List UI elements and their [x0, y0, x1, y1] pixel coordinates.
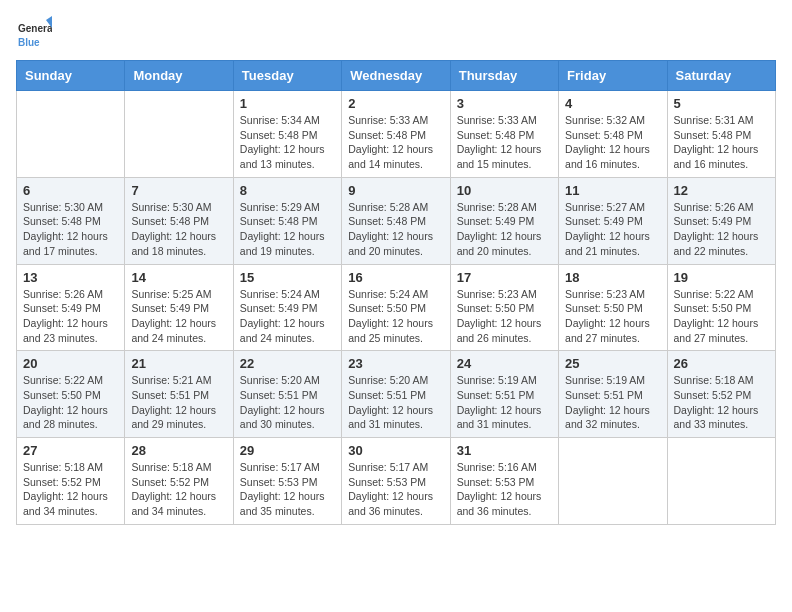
- calendar-day-cell: [125, 91, 233, 178]
- calendar-day-cell: 21Sunrise: 5:21 AM Sunset: 5:51 PM Dayli…: [125, 351, 233, 438]
- day-number: 2: [348, 96, 443, 111]
- day-number: 21: [131, 356, 226, 371]
- calendar-day-cell: 8Sunrise: 5:29 AM Sunset: 5:48 PM Daylig…: [233, 177, 341, 264]
- day-info: Sunrise: 5:33 AM Sunset: 5:48 PM Dayligh…: [348, 113, 443, 172]
- day-number: 18: [565, 270, 660, 285]
- day-number: 4: [565, 96, 660, 111]
- calendar-day-cell: [667, 438, 775, 525]
- calendar-day-cell: 29Sunrise: 5:17 AM Sunset: 5:53 PM Dayli…: [233, 438, 341, 525]
- day-info: Sunrise: 5:30 AM Sunset: 5:48 PM Dayligh…: [131, 200, 226, 259]
- day-number: 27: [23, 443, 118, 458]
- calendar-day-cell: 14Sunrise: 5:25 AM Sunset: 5:49 PM Dayli…: [125, 264, 233, 351]
- calendar-day-cell: 25Sunrise: 5:19 AM Sunset: 5:51 PM Dayli…: [559, 351, 667, 438]
- day-info: Sunrise: 5:17 AM Sunset: 5:53 PM Dayligh…: [240, 460, 335, 519]
- day-info: Sunrise: 5:24 AM Sunset: 5:49 PM Dayligh…: [240, 287, 335, 346]
- calendar-week-row: 1Sunrise: 5:34 AM Sunset: 5:48 PM Daylig…: [17, 91, 776, 178]
- day-number: 9: [348, 183, 443, 198]
- day-number: 17: [457, 270, 552, 285]
- day-number: 30: [348, 443, 443, 458]
- day-info: Sunrise: 5:19 AM Sunset: 5:51 PM Dayligh…: [565, 373, 660, 432]
- day-number: 3: [457, 96, 552, 111]
- day-number: 20: [23, 356, 118, 371]
- day-info: Sunrise: 5:28 AM Sunset: 5:48 PM Dayligh…: [348, 200, 443, 259]
- day-number: 19: [674, 270, 769, 285]
- calendar-day-cell: 15Sunrise: 5:24 AM Sunset: 5:49 PM Dayli…: [233, 264, 341, 351]
- day-info: Sunrise: 5:31 AM Sunset: 5:48 PM Dayligh…: [674, 113, 769, 172]
- day-info: Sunrise: 5:18 AM Sunset: 5:52 PM Dayligh…: [674, 373, 769, 432]
- day-of-week-header: Thursday: [450, 61, 558, 91]
- day-info: Sunrise: 5:22 AM Sunset: 5:50 PM Dayligh…: [674, 287, 769, 346]
- day-number: 26: [674, 356, 769, 371]
- day-info: Sunrise: 5:20 AM Sunset: 5:51 PM Dayligh…: [348, 373, 443, 432]
- calendar-day-cell: 17Sunrise: 5:23 AM Sunset: 5:50 PM Dayli…: [450, 264, 558, 351]
- day-number: 12: [674, 183, 769, 198]
- day-number: 29: [240, 443, 335, 458]
- day-number: 23: [348, 356, 443, 371]
- day-info: Sunrise: 5:27 AM Sunset: 5:49 PM Dayligh…: [565, 200, 660, 259]
- calendar-day-cell: 10Sunrise: 5:28 AM Sunset: 5:49 PM Dayli…: [450, 177, 558, 264]
- day-info: Sunrise: 5:20 AM Sunset: 5:51 PM Dayligh…: [240, 373, 335, 432]
- day-info: Sunrise: 5:18 AM Sunset: 5:52 PM Dayligh…: [23, 460, 118, 519]
- calendar-day-cell: 18Sunrise: 5:23 AM Sunset: 5:50 PM Dayli…: [559, 264, 667, 351]
- calendar-day-cell: 5Sunrise: 5:31 AM Sunset: 5:48 PM Daylig…: [667, 91, 775, 178]
- day-info: Sunrise: 5:16 AM Sunset: 5:53 PM Dayligh…: [457, 460, 552, 519]
- day-number: 14: [131, 270, 226, 285]
- svg-text:General: General: [18, 23, 52, 34]
- calendar-week-row: 6Sunrise: 5:30 AM Sunset: 5:48 PM Daylig…: [17, 177, 776, 264]
- day-number: 13: [23, 270, 118, 285]
- calendar-day-cell: 27Sunrise: 5:18 AM Sunset: 5:52 PM Dayli…: [17, 438, 125, 525]
- day-number: 8: [240, 183, 335, 198]
- page-header: General Blue: [16, 16, 776, 52]
- day-info: Sunrise: 5:24 AM Sunset: 5:50 PM Dayligh…: [348, 287, 443, 346]
- calendar-day-cell: 22Sunrise: 5:20 AM Sunset: 5:51 PM Dayli…: [233, 351, 341, 438]
- calendar-day-cell: 1Sunrise: 5:34 AM Sunset: 5:48 PM Daylig…: [233, 91, 341, 178]
- day-info: Sunrise: 5:23 AM Sunset: 5:50 PM Dayligh…: [457, 287, 552, 346]
- day-of-week-header: Friday: [559, 61, 667, 91]
- day-of-week-header: Tuesday: [233, 61, 341, 91]
- day-info: Sunrise: 5:19 AM Sunset: 5:51 PM Dayligh…: [457, 373, 552, 432]
- day-info: Sunrise: 5:28 AM Sunset: 5:49 PM Dayligh…: [457, 200, 552, 259]
- day-number: 5: [674, 96, 769, 111]
- calendar-day-cell: 13Sunrise: 5:26 AM Sunset: 5:49 PM Dayli…: [17, 264, 125, 351]
- svg-text:Blue: Blue: [18, 37, 40, 48]
- calendar-day-cell: 4Sunrise: 5:32 AM Sunset: 5:48 PM Daylig…: [559, 91, 667, 178]
- day-number: 31: [457, 443, 552, 458]
- day-number: 24: [457, 356, 552, 371]
- day-of-week-header: Sunday: [17, 61, 125, 91]
- day-info: Sunrise: 5:26 AM Sunset: 5:49 PM Dayligh…: [674, 200, 769, 259]
- logo: General Blue: [16, 16, 52, 52]
- day-of-week-header: Monday: [125, 61, 233, 91]
- calendar-day-cell: 19Sunrise: 5:22 AM Sunset: 5:50 PM Dayli…: [667, 264, 775, 351]
- calendar-day-cell: 9Sunrise: 5:28 AM Sunset: 5:48 PM Daylig…: [342, 177, 450, 264]
- calendar-day-cell: 23Sunrise: 5:20 AM Sunset: 5:51 PM Dayli…: [342, 351, 450, 438]
- calendar-week-row: 27Sunrise: 5:18 AM Sunset: 5:52 PM Dayli…: [17, 438, 776, 525]
- calendar-day-cell: 20Sunrise: 5:22 AM Sunset: 5:50 PM Dayli…: [17, 351, 125, 438]
- calendar-day-cell: 30Sunrise: 5:17 AM Sunset: 5:53 PM Dayli…: [342, 438, 450, 525]
- calendar-table: SundayMondayTuesdayWednesdayThursdayFrid…: [16, 60, 776, 525]
- day-number: 15: [240, 270, 335, 285]
- calendar-day-cell: 16Sunrise: 5:24 AM Sunset: 5:50 PM Dayli…: [342, 264, 450, 351]
- day-number: 10: [457, 183, 552, 198]
- calendar-day-cell: 24Sunrise: 5:19 AM Sunset: 5:51 PM Dayli…: [450, 351, 558, 438]
- calendar-day-cell: 7Sunrise: 5:30 AM Sunset: 5:48 PM Daylig…: [125, 177, 233, 264]
- calendar-week-row: 20Sunrise: 5:22 AM Sunset: 5:50 PM Dayli…: [17, 351, 776, 438]
- day-number: 1: [240, 96, 335, 111]
- calendar-day-cell: 2Sunrise: 5:33 AM Sunset: 5:48 PM Daylig…: [342, 91, 450, 178]
- day-of-week-header: Wednesday: [342, 61, 450, 91]
- calendar-day-cell: [559, 438, 667, 525]
- day-info: Sunrise: 5:21 AM Sunset: 5:51 PM Dayligh…: [131, 373, 226, 432]
- day-info: Sunrise: 5:34 AM Sunset: 5:48 PM Dayligh…: [240, 113, 335, 172]
- calendar-header-row: SundayMondayTuesdayWednesdayThursdayFrid…: [17, 61, 776, 91]
- day-number: 22: [240, 356, 335, 371]
- day-info: Sunrise: 5:26 AM Sunset: 5:49 PM Dayligh…: [23, 287, 118, 346]
- calendar-day-cell: 6Sunrise: 5:30 AM Sunset: 5:48 PM Daylig…: [17, 177, 125, 264]
- day-info: Sunrise: 5:22 AM Sunset: 5:50 PM Dayligh…: [23, 373, 118, 432]
- day-info: Sunrise: 5:25 AM Sunset: 5:49 PM Dayligh…: [131, 287, 226, 346]
- day-info: Sunrise: 5:17 AM Sunset: 5:53 PM Dayligh…: [348, 460, 443, 519]
- day-number: 25: [565, 356, 660, 371]
- day-number: 7: [131, 183, 226, 198]
- day-info: Sunrise: 5:33 AM Sunset: 5:48 PM Dayligh…: [457, 113, 552, 172]
- calendar-day-cell: 28Sunrise: 5:18 AM Sunset: 5:52 PM Dayli…: [125, 438, 233, 525]
- day-number: 28: [131, 443, 226, 458]
- logo-icon: General Blue: [16, 16, 52, 52]
